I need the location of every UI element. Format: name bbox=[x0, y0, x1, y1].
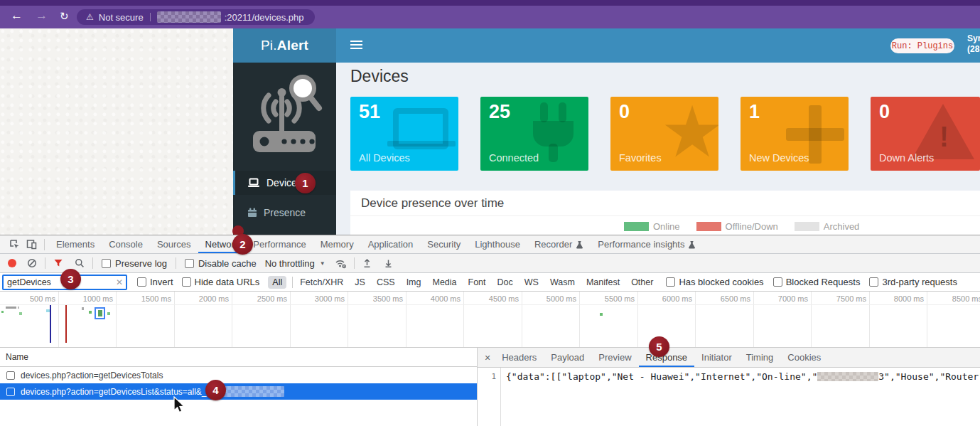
request-checkbox[interactable] bbox=[6, 388, 15, 396]
filter-type-css[interactable]: CSS bbox=[377, 277, 395, 287]
third-party-requests-checkbox[interactable] bbox=[869, 277, 878, 287]
export-har-icon[interactable] bbox=[380, 255, 397, 271]
toolbar-separator bbox=[176, 257, 176, 269]
chevron-down-icon: ▼ bbox=[320, 260, 325, 267]
tab-timing[interactable]: Timing bbox=[739, 348, 781, 367]
tab-application[interactable]: Application bbox=[361, 235, 421, 253]
import-har-icon[interactable] bbox=[359, 255, 376, 271]
inspect-element-icon[interactable] bbox=[6, 237, 23, 252]
legend-item-offline[interactable]: Offline/Down bbox=[696, 221, 778, 232]
filter-type-media[interactable]: Media bbox=[432, 277, 456, 287]
timeline-tick: 6000 ms bbox=[637, 294, 692, 303]
clear-icon[interactable] bbox=[23, 255, 41, 271]
tab-security[interactable]: Security bbox=[420, 235, 468, 253]
presence-panel: Device presence over time Online Offline… bbox=[350, 191, 980, 235]
response-body[interactable]: 1 {"data":[["laptop","Net - Huawei","Int… bbox=[478, 368, 980, 426]
run-plugins-button[interactable]: Run: Plugins bbox=[890, 38, 954, 53]
tab-elements[interactable]: Elements bbox=[49, 235, 102, 253]
forward-icon[interactable]: → bbox=[36, 9, 48, 22]
card-all-devices[interactable]: 51 All Devices bbox=[350, 97, 458, 171]
card-label: Favorites bbox=[619, 152, 662, 164]
navbar-corner-text: Sym (28, bbox=[967, 33, 980, 55]
tab-initiator[interactable]: Initiator bbox=[694, 348, 739, 367]
filter-type-font[interactable]: Font bbox=[468, 277, 486, 287]
tab-cookies[interactable]: Cookies bbox=[780, 348, 828, 367]
sidebar-item-devices[interactable]: Devices bbox=[233, 171, 336, 195]
pialert-navbar: Run: Plugins Sym (28, bbox=[336, 28, 980, 63]
filter-type-fetchxhr[interactable]: Fetch/XHR bbox=[300, 277, 343, 287]
request-details-pane: × Headers Payload Preview Response Initi… bbox=[478, 348, 980, 426]
has-blocked-cookies-checkbox[interactable] bbox=[666, 277, 675, 287]
card-down-alerts[interactable]: ! 0 Down Alerts bbox=[871, 97, 980, 171]
timeline-tick: 5000 ms bbox=[521, 294, 576, 303]
clear-filter-icon[interactable]: ✕ bbox=[116, 277, 123, 287]
page-title: Devices bbox=[350, 67, 409, 86]
tab-headers[interactable]: Headers bbox=[495, 348, 544, 367]
blocked-requests-checkbox[interactable] bbox=[773, 277, 782, 287]
browser-tabstrip bbox=[0, 0, 980, 6]
filter-funnel-icon[interactable] bbox=[50, 255, 67, 271]
card-connected[interactable]: 25 Connected bbox=[480, 97, 588, 171]
devtools-tabbar: Elements Console Sources Network Perform… bbox=[0, 235, 980, 254]
hide-data-urls-label: Hide data URLs bbox=[195, 277, 260, 287]
filter-type-doc[interactable]: Doc bbox=[497, 277, 513, 287]
filter-type-ws[interactable]: WS bbox=[524, 277, 539, 287]
filter-all-pill[interactable]: All bbox=[268, 276, 286, 289]
sidebar-item-presence[interactable]: Presence bbox=[233, 201, 336, 225]
filter-type-img[interactable]: Img bbox=[406, 277, 421, 287]
experiment-flask-icon bbox=[688, 240, 696, 249]
card-new-devices[interactable]: 1 New Devices bbox=[741, 97, 849, 171]
star-icon: ★ bbox=[660, 97, 718, 171]
laptop-icon-base bbox=[387, 141, 456, 147]
invert-checkbox[interactable] bbox=[137, 277, 146, 287]
request-row[interactable]: devices.php?action=getDevicesTotals bbox=[0, 367, 477, 383]
tab-payload[interactable]: Payload bbox=[544, 348, 591, 367]
waterfall-dot bbox=[1, 311, 4, 313]
annotation-badge-5: 5 bbox=[649, 336, 669, 357]
disable-cache-checkbox[interactable] bbox=[185, 259, 194, 268]
preserve-log-checkbox[interactable] bbox=[102, 259, 111, 268]
card-favorites[interactable]: ★ 0 Favorites bbox=[610, 97, 718, 171]
filter-type-other[interactable]: Other bbox=[631, 277, 653, 287]
waterfall-dot bbox=[89, 311, 92, 314]
filter-type-manifest[interactable]: Manifest bbox=[586, 277, 620, 287]
legend-item-archived[interactable]: Archived bbox=[795, 221, 860, 232]
filter-type-wasm[interactable]: Wasm bbox=[550, 277, 575, 287]
card-value: 0 bbox=[619, 101, 630, 123]
tab-label: Performance insights bbox=[598, 239, 684, 250]
legend-item-online[interactable]: Online bbox=[624, 221, 680, 232]
legend-label: Offline/Down bbox=[726, 221, 778, 232]
back-icon[interactable]: ← bbox=[11, 9, 23, 22]
filter-type-js[interactable]: JS bbox=[355, 277, 365, 287]
tab-recorder[interactable]: Recorder bbox=[527, 235, 591, 253]
request-row-selected[interactable]: devices.php?action=getDevicesList&status… bbox=[0, 383, 477, 400]
pialert-logo[interactable]: Pi.Alert bbox=[233, 28, 336, 63]
throttling-select[interactable]: No throttling bbox=[265, 258, 315, 269]
reload-icon[interactable]: ↻ bbox=[60, 10, 69, 23]
redacted-response-value bbox=[817, 372, 878, 381]
waterfall-tick bbox=[82, 307, 84, 310]
network-conditions-icon[interactable] bbox=[333, 255, 350, 271]
tab-memory[interactable]: Memory bbox=[313, 235, 361, 253]
address-bar[interactable]: ⚠ Not secure :20211/devices.php bbox=[77, 9, 315, 25]
close-icon[interactable]: × bbox=[485, 352, 490, 363]
network-overview-timeline[interactable]: 500 ms 1000 ms 1500 ms 2000 ms 2500 ms 3… bbox=[0, 292, 980, 348]
tab-performance-insights[interactable]: Performance insights bbox=[591, 235, 703, 253]
tab-lighthouse[interactable]: Lighthouse bbox=[468, 235, 527, 253]
record-button[interactable] bbox=[8, 259, 16, 267]
requests-name-header[interactable]: Name bbox=[0, 348, 477, 367]
tab-preview[interactable]: Preview bbox=[591, 348, 638, 367]
laptop-icon bbox=[247, 178, 260, 188]
filter-input[interactable] bbox=[4, 277, 116, 287]
hide-data-urls-checkbox[interactable] bbox=[182, 277, 191, 287]
invert-label: Invert bbox=[150, 277, 173, 287]
tab-sources[interactable]: Sources bbox=[150, 235, 198, 253]
device-toolbar-icon[interactable] bbox=[23, 237, 40, 252]
legend-swatch-offline bbox=[696, 222, 721, 231]
request-checkbox[interactable] bbox=[6, 371, 15, 380]
timeline-label-separator bbox=[0, 304, 980, 305]
tab-console[interactable]: Console bbox=[102, 235, 150, 253]
hamburger-menu-icon[interactable] bbox=[350, 41, 362, 51]
tab-performance[interactable]: Performance bbox=[246, 235, 313, 253]
network-bottom-split: Name devices.php?action=getDevicesTotals… bbox=[0, 348, 980, 426]
